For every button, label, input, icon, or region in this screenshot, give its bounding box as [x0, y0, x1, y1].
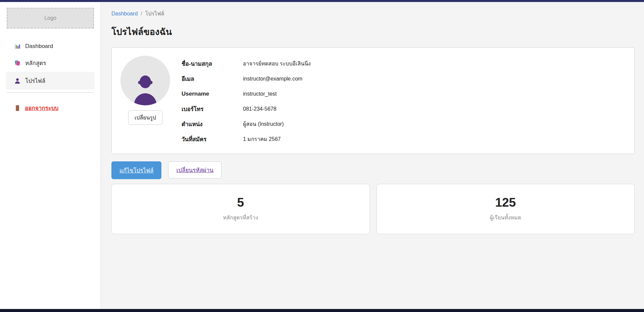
- field-label: Username: [182, 91, 243, 97]
- field-position: ตำแหน่ง ผู้สอน (Instructor): [182, 116, 626, 132]
- field-label: วันที่สมัคร: [182, 135, 243, 144]
- logout-link[interactable]: ออกจากระบบ: [14, 103, 58, 112]
- field-value: 081-234-5678: [243, 106, 277, 112]
- sidebar: Logo Dashboard หลักสูตร: [0, 2, 101, 309]
- stat-label: ผู้เรียนทั้งหมด: [490, 213, 521, 222]
- profile-card: เปลี่ยนรูป ชื่อ-นามสกุล อาจารย์ทดสอบ ระบ…: [111, 47, 635, 154]
- stat-card-students: 125 ผู้เรียนทั้งหมด: [377, 184, 635, 234]
- sidebar-divider: [7, 92, 94, 93]
- logout-label: ออกจากระบบ: [25, 103, 58, 112]
- edit-profile-button[interactable]: แก้ไขโปรไฟล์: [111, 161, 161, 179]
- logo-placeholder: Logo: [7, 8, 94, 29]
- breadcrumb-current: โปรไฟล์: [145, 9, 164, 18]
- bottom-accent-bar: [0, 309, 644, 312]
- logo-text: Logo: [44, 15, 56, 21]
- stats-row: 5 หลักสูตรที่สร้าง 125 ผู้เรียนทั้งหมด: [111, 184, 635, 234]
- person-silhouette-icon: [131, 73, 159, 105]
- field-value: 1 มกราคม 2567: [243, 135, 281, 143]
- field-joined-date: วันที่สมัคร 1 มกราคม 2567: [182, 132, 626, 147]
- field-phone: เบอร์โทร 081-234-5678: [182, 101, 626, 116]
- breadcrumb-separator: /: [141, 11, 142, 17]
- field-value: instructor@example.com: [243, 76, 302, 82]
- breadcrumb-dashboard-link[interactable]: Dashboard: [111, 11, 138, 17]
- main-content: Dashboard / โปรไฟล์ โปรไฟล์ของฉัน เปลี่ย…: [101, 2, 644, 309]
- sidebar-item-dashboard[interactable]: Dashboard: [6, 39, 95, 54]
- field-fullname: ชื่อ-นามสกุล อาจารย์ทดสอบ ระบบอีเลินนิ่ง: [182, 56, 626, 71]
- profile-actions: แก้ไขโปรไฟล์ เปลี่ยนรหัสผ่าน: [111, 161, 634, 179]
- stat-card-courses: 5 หลักสูตรที่สร้าง: [111, 184, 370, 234]
- field-label: อีเมล: [182, 74, 243, 83]
- sidebar-item-label: โปรไฟล์: [25, 76, 45, 85]
- field-value: instructor_test: [243, 91, 277, 97]
- avatar: [120, 56, 170, 105]
- avatar-column: เปลี่ยนรูป: [120, 56, 170, 125]
- door-icon: [14, 105, 21, 111]
- stat-value: 125: [495, 196, 516, 209]
- field-label: เบอร์โทร: [182, 104, 243, 113]
- sidebar-menu: Dashboard หลักสูตร โปรไฟล์: [0, 39, 101, 90]
- bar-chart-icon: [14, 43, 21, 50]
- books-icon: [14, 60, 21, 66]
- field-label: ชื่อ-นามสกุล: [182, 59, 243, 68]
- field-email: อีเมล instructor@example.com: [182, 71, 626, 86]
- sidebar-item-courses[interactable]: หลักสูตร: [6, 54, 95, 72]
- change-photo-button[interactable]: เปลี่ยนรูป: [128, 110, 163, 125]
- change-password-button[interactable]: เปลี่ยนรหัสผ่าน: [168, 161, 221, 178]
- sidebar-item-profile[interactable]: โปรไฟล์: [6, 72, 95, 90]
- sidebar-item-label: หลักสูตร: [25, 58, 46, 67]
- stat-value: 5: [237, 196, 244, 209]
- field-value: ผู้สอน (Instructor): [243, 120, 284, 128]
- breadcrumb: Dashboard / โปรไฟล์: [111, 9, 634, 18]
- field-label: ตำแหน่ง: [182, 119, 243, 128]
- top-accent-bar: [0, 0, 644, 2]
- person-icon: [14, 77, 21, 84]
- field-username: Username instructor_test: [182, 86, 626, 101]
- field-value: อาจารย์ทดสอบ ระบบอีเลินนิ่ง: [243, 59, 311, 68]
- page-title: โปรไฟล์ของฉัน: [111, 24, 634, 39]
- sidebar-item-label: Dashboard: [25, 43, 53, 50]
- stat-label: หลักสูตรที่สร้าง: [223, 213, 258, 222]
- profile-fields: ชื่อ-นามสกุล อาจารย์ทดสอบ ระบบอีเลินนิ่ง…: [182, 56, 626, 147]
